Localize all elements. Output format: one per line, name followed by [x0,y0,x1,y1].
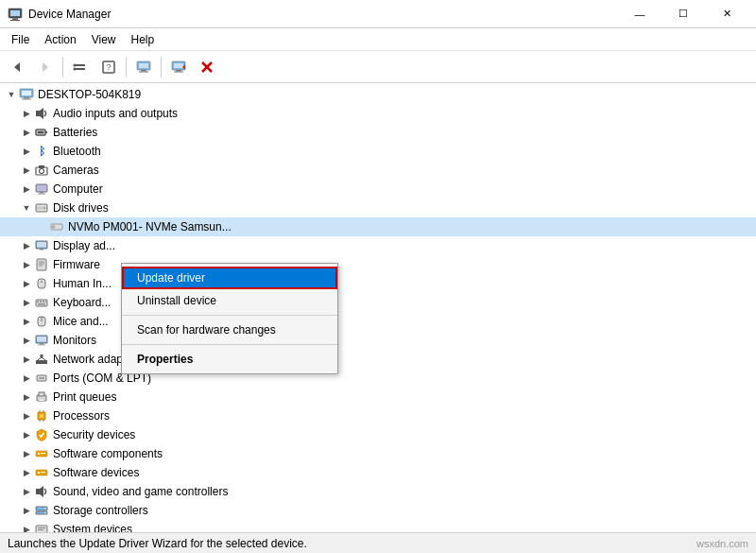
ctx-properties[interactable]: Properties [122,348,337,371]
ctx-properties-label: Properties [137,353,193,366]
tree-storage[interactable]: ▶ Storage controllers [0,501,756,520]
close-button[interactable]: ✕ [705,0,748,28]
processors-label: Processors [53,409,110,423]
tree-firmware[interactable]: ▶ Firmware [0,255,756,274]
svg-rect-98 [38,529,43,530]
svg-rect-65 [36,360,40,364]
tree-batteries[interactable]: ▶ Batteries [0,123,756,142]
nvme-label: NVMo PM001- NVMe Samsun... [68,220,232,233]
tree-nvme[interactable]: NVMo PM001- NVMe Samsun... [0,217,756,236]
cameras-label: Cameras [53,164,99,177]
sound-icon [34,484,49,499]
svg-rect-77 [39,399,44,401]
update-driver-toolbar-button[interactable] [165,55,192,79]
tree-bluetooth[interactable]: ▶ ᛒ Bluetooth [0,142,756,161]
tree-disk-drives[interactable]: ▼ Disk drives [0,199,756,217]
cameras-icon [34,163,49,178]
batteries-label: Batteries [53,126,97,139]
svg-rect-35 [36,184,47,192]
status-bar: Launches the Update Driver Wizard for th… [0,532,756,553]
nvme-icon [49,219,64,234]
keyboards-label: Keyboard... [53,296,111,309]
svg-rect-97 [38,527,45,528]
svg-marker-91 [40,486,43,497]
root-label: DESKTOP-504K819 [38,88,141,101]
toolbar-sep-3 [161,57,162,78]
svg-rect-96 [36,526,47,532]
svg-rect-50 [38,279,45,288]
tree-system[interactable]: ▶ System devices [0,520,756,532]
menu-view[interactable]: View [84,31,124,48]
svg-rect-19 [174,71,183,72]
svg-rect-89 [41,472,45,473]
tree-ports[interactable]: ▶ Ports (COM & LPT) [0,369,756,388]
minimize-button[interactable]: — [618,0,662,28]
help-button[interactable]: ? [95,55,122,79]
keyboards-icon [34,295,49,310]
uninstall-device-toolbar-button[interactable] [194,55,220,79]
menu-help[interactable]: Help [124,31,163,48]
ctx-scan-hardware[interactable]: Scan for hardware changes [122,319,337,341]
svg-rect-88 [38,472,40,474]
tree-software-components[interactable]: ▶ Software components [0,444,756,463]
tree-processors[interactable]: ▶ Processors [0,406,756,425]
status-text: Launches the Update Driver Wizard for th… [8,537,307,550]
back-button[interactable] [4,55,30,79]
hid-label: Human In... [53,277,112,290]
maximize-button[interactable]: ☐ [662,0,705,28]
tree-keyboards[interactable]: ▶ Keyboard... [0,293,756,312]
svg-rect-57 [38,303,45,305]
menu-bar: File Action View Help [0,28,756,51]
forward-button[interactable] [32,55,59,79]
menu-file[interactable]: File [4,31,37,48]
tree-print[interactable]: ▶ Print queues [0,388,756,406]
tree-security[interactable]: ▶ Security devices [0,425,756,444]
tree-mice[interactable]: ▶ Mice and... [0,312,756,331]
ctx-update-driver[interactable]: Update driver [122,267,337,289]
firmware-label: Firmware [53,258,100,271]
ctx-uninstall-device[interactable]: Uninstall device [122,289,337,312]
storage-label: Storage controllers [53,504,148,517]
svg-rect-27 [36,111,40,116]
svg-rect-54 [40,302,42,303]
svg-point-9 [74,67,77,70]
svg-rect-86 [41,453,45,454]
computer-button[interactable] [130,55,157,79]
menu-action[interactable]: Action [37,31,83,48]
svg-rect-7 [76,68,85,70]
svg-rect-76 [39,392,44,396]
security-expand-icon: ▶ [19,430,34,440]
print-expand-icon: ▶ [19,392,34,402]
audio-icon [34,106,49,121]
tree-software-devices[interactable]: ▶ Software devices [0,463,756,482]
tree-network[interactable]: ▶ Network adapters [0,350,756,369]
properties-button[interactable] [67,55,94,79]
network-icon [34,352,49,367]
tree-root[interactable]: ▼ DESKTOP-504K819 [0,85,756,104]
tree-cameras[interactable]: ▶ Cameras [0,161,756,180]
system-expand-icon: ▶ [19,525,34,532]
tree-computer[interactable]: ▶ Computer [0,180,756,199]
svg-rect-37 [38,194,45,195]
svg-rect-79 [40,414,43,418]
audio-expand-icon: ▶ [19,109,34,118]
ctx-sep-2 [122,344,337,345]
svg-rect-1 [10,10,20,16]
system-icon [34,522,49,532]
root-computer-icon [19,87,34,102]
title-bar: Device Manager — ☐ ✕ [0,0,756,28]
tree-display[interactable]: ▶ Display ad... [0,236,756,255]
tree-sound[interactable]: ▶ Sound, video and game controllers [0,482,756,501]
print-label: Print queues [53,390,116,404]
mice-expand-icon: ▶ [19,317,34,326]
hid-icon [34,276,49,291]
software-devices-expand-icon: ▶ [19,468,34,477]
tree-monitors[interactable]: ▶ Monitors [0,331,756,350]
tree-audio[interactable]: ▶ Audio inputs and outputs [0,104,756,123]
device-tree[interactable]: ▼ DESKTOP-504K819 ▶ Audio inputs and out… [0,83,756,532]
tree-hid[interactable]: ▶ Human In... [0,274,756,293]
display-expand-icon: ▶ [19,241,34,251]
ports-icon [34,371,49,386]
svg-rect-14 [141,70,146,72]
computer-expand-icon: ▶ [19,184,34,194]
